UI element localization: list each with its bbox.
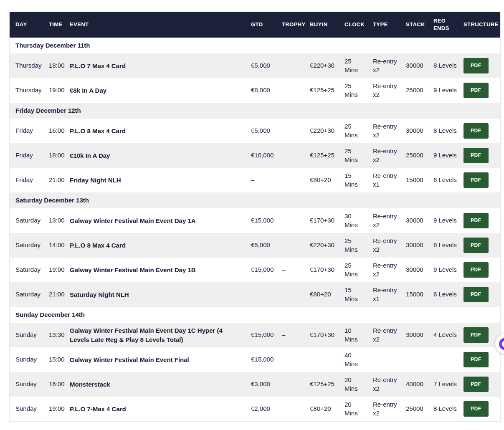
- cell-trophy: [276, 347, 304, 372]
- pdf-button[interactable]: PDF: [463, 123, 489, 138]
- cell-reg-ends: 6 Levels: [428, 282, 458, 307]
- cell-gtd: –: [245, 168, 276, 192]
- cell-event: P.L.O 8 Max 4 Card: [64, 233, 245, 258]
- cell-event: Galway Winter Festival Main Event Final: [64, 347, 245, 372]
- cell-day: Sunday: [10, 397, 43, 421]
- section-header-row: Sunday December 14th: [10, 307, 500, 323]
- cell-reg-ends: 9 Levels: [428, 208, 458, 233]
- cell-clock: 25 Mins: [339, 258, 367, 282]
- cell-buyin: €125+25: [304, 78, 339, 103]
- cell-trophy: [276, 53, 304, 78]
- cell-time: 15:00: [43, 347, 64, 372]
- cell-gtd: €10,000: [245, 143, 276, 168]
- cell-trophy: [276, 78, 304, 103]
- pdf-button[interactable]: PDF: [463, 172, 489, 187]
- cell-reg-ends: –: [428, 347, 458, 372]
- cell-time: 19:00: [43, 258, 64, 282]
- table-row: Sunday 16:00 Monsterstack €3,000 €125+25…: [10, 372, 500, 397]
- cell-trophy: [276, 282, 304, 307]
- cell-type: Re-entry x2: [367, 323, 400, 347]
- section-title: Thursday December 11th: [10, 38, 500, 53]
- table-row: Friday 18:00 €10k In A Day €10,000 €125+…: [10, 143, 500, 168]
- cell-clock: 20 Mins: [339, 372, 367, 397]
- cell-buyin: €80+20: [304, 282, 339, 307]
- cell-clock: 40 Mins: [339, 347, 367, 372]
- cell-type: Re-entry x1: [367, 168, 400, 192]
- cell-time: 18:00: [43, 143, 64, 168]
- cell-buyin: €125+25: [304, 143, 339, 168]
- cell-time: 13:30: [43, 323, 64, 347]
- cell-clock: 15 Mins: [339, 168, 367, 192]
- cell-structure: PDF: [458, 397, 500, 421]
- pdf-button[interactable]: PDF: [463, 401, 489, 416]
- cell-reg-ends: 4 Levels: [428, 323, 458, 347]
- cell-buyin: €220+30: [304, 53, 339, 78]
- pdf-button[interactable]: PDF: [463, 327, 489, 342]
- cell-structure: PDF: [458, 372, 500, 397]
- cell-structure: PDF: [458, 78, 500, 103]
- cell-time: 21:00: [43, 282, 64, 307]
- section-title: Sunday December 14th: [10, 307, 500, 323]
- pdf-button[interactable]: PDF: [463, 213, 489, 228]
- column-header-buyin: BUYIN: [304, 12, 339, 38]
- cell-gtd: €3,000: [245, 372, 276, 397]
- column-header-gtd: GTD: [245, 12, 276, 38]
- cell-stack: 15000: [400, 282, 428, 307]
- cell-structure: PDF: [458, 208, 500, 233]
- pdf-button[interactable]: PDF: [463, 377, 489, 392]
- pdf-button[interactable]: PDF: [463, 238, 489, 253]
- cell-type: Re-entry x1: [367, 282, 400, 307]
- pdf-button[interactable]: PDF: [463, 262, 489, 277]
- cell-buyin: €80+20: [304, 397, 339, 421]
- cell-reg-ends: 9 Levels: [428, 258, 458, 282]
- cell-day: Saturday: [10, 233, 43, 258]
- cell-stack: 30000: [400, 119, 428, 143]
- cell-clock: 25 Mins: [339, 143, 367, 168]
- cell-day: Sunday: [10, 372, 43, 397]
- cell-structure: PDF: [458, 323, 500, 347]
- cell-stack: 30000: [400, 258, 428, 282]
- cell-stack: 30000: [400, 233, 428, 258]
- accessibility-icon: [499, 338, 504, 350]
- cell-type: –: [367, 347, 400, 372]
- cell-clock: 25 Mins: [339, 233, 367, 258]
- cell-event: €10k In A Day: [64, 143, 245, 168]
- cell-gtd: €15,000: [245, 258, 276, 282]
- cell-day: Saturday: [10, 208, 43, 233]
- table-row: Saturday 13:00 Galway Winter Festival Ma…: [10, 208, 500, 233]
- pdf-button[interactable]: PDF: [463, 58, 489, 73]
- cell-gtd: €5,000: [245, 119, 276, 143]
- section-header-row: Friday December 12th: [10, 103, 500, 119]
- cell-time: 14:00: [43, 233, 64, 258]
- cell-type: Re-entry x2: [367, 258, 400, 282]
- column-header-day: DAY: [10, 12, 43, 38]
- cell-time: 19:00: [43, 397, 64, 421]
- cell-stack: 25000: [400, 143, 428, 168]
- cell-reg-ends: 6 Levels: [428, 168, 458, 192]
- table-header: DAY TIME EVENT GTD TROPHY BUYIN CLOCK TY…: [10, 12, 500, 38]
- cell-gtd: –: [245, 282, 276, 307]
- pdf-button[interactable]: PDF: [463, 148, 489, 163]
- cell-reg-ends: 8 Levels: [428, 119, 458, 143]
- table-row: Sunday 13:30 Galway Winter Festival Main…: [10, 323, 500, 347]
- cell-event: P.L.O 7-Max 4 Card: [64, 397, 245, 421]
- cell-day: Saturday: [10, 258, 43, 282]
- cell-stack: 25000: [400, 78, 428, 103]
- pdf-button[interactable]: PDF: [463, 287, 489, 302]
- cell-event: €8k In A Day: [64, 78, 245, 103]
- column-header-reg-ends: REG ENDS: [428, 12, 458, 38]
- cell-event: Monsterstack: [64, 372, 245, 397]
- cell-reg-ends: 8 Levels: [428, 53, 458, 78]
- pdf-button[interactable]: PDF: [463, 83, 489, 98]
- cell-time: 16:00: [43, 119, 64, 143]
- column-header-time: TIME: [43, 12, 64, 38]
- pdf-button[interactable]: PDF: [463, 352, 489, 367]
- cell-structure: PDF: [458, 119, 500, 143]
- cell-reg-ends: 7 Levels: [428, 372, 458, 397]
- section-title: Saturday December 13th: [10, 192, 500, 208]
- cell-structure: PDF: [458, 143, 500, 168]
- cell-trophy: [276, 143, 304, 168]
- column-header-clock: CLOCK: [339, 12, 367, 38]
- cell-trophy: –: [276, 258, 304, 282]
- table-row: Sunday 19:00 P.L.O 7-Max 4 Card €2,000 €…: [10, 397, 500, 421]
